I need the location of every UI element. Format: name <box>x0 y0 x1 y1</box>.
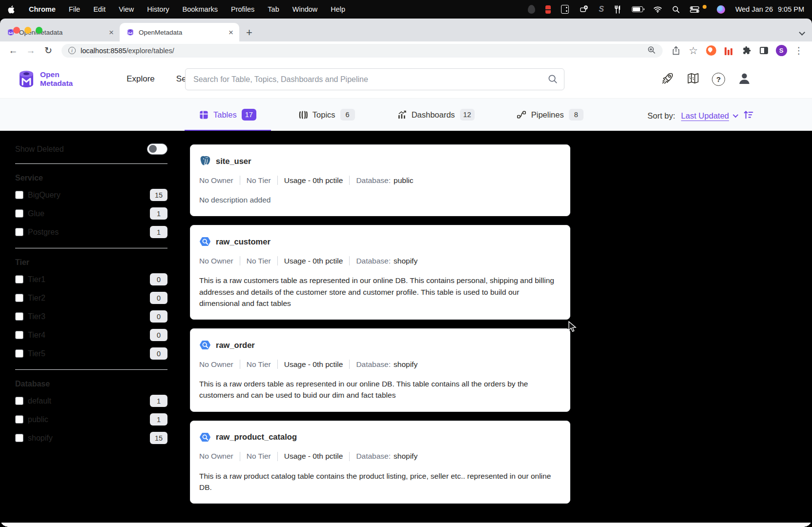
filter-count-badge: 1 <box>150 413 167 426</box>
filter-row-tier2[interactable]: Tier2 0 <box>15 292 167 304</box>
bigquery-icon <box>199 339 211 351</box>
postgres-checkbox[interactable] <box>15 228 23 236</box>
tab-pipelines[interactable]: Pipelines 8 <box>502 99 598 131</box>
chrome-tabstrip: OpenMetadata × OpenMetadata × + <box>0 19 812 41</box>
tab-dashboards[interactable]: Dashboards 12 <box>382 99 489 131</box>
bigquery-checkbox[interactable] <box>15 191 23 199</box>
global-search-input[interactable] <box>185 68 564 90</box>
bookmark-star-icon[interactable]: ☆ <box>686 45 701 57</box>
tour-map-icon[interactable] <box>687 72 700 87</box>
status-ball-icon[interactable] <box>528 4 535 14</box>
table-name-link[interactable]: site_user <box>216 157 251 166</box>
table-card-raw-customer[interactable]: raw_customer No Owner No Tier Usage - 0t… <box>190 225 570 320</box>
spotlight-icon[interactable] <box>672 4 680 14</box>
sort-order-button[interactable] <box>743 109 753 122</box>
menubar-item-tab[interactable]: Tab <box>268 5 279 13</box>
filter-row-tier4[interactable]: Tier4 0 <box>15 329 167 341</box>
address-bar[interactable]: i localhost:8585/explore/tables/ <box>62 44 663 58</box>
shopify-checkbox[interactable] <box>15 434 23 442</box>
sort-field-dropdown[interactable]: Last Updated <box>681 111 737 121</box>
filter-row-bigquery[interactable]: BigQuery 15 <box>15 189 167 201</box>
tier1-checkbox[interactable] <box>15 275 23 284</box>
tier4-checkbox[interactable] <box>15 331 23 339</box>
control-center-icon[interactable] <box>690 4 699 14</box>
menubar-item-view[interactable]: View <box>119 5 134 13</box>
profile-avatar-chrome[interactable]: S <box>774 45 789 56</box>
back-button[interactable]: ← <box>6 45 21 56</box>
user-avatar[interactable] <box>737 71 751 87</box>
table-card-raw-order[interactable]: raw_order No Owner No Tier Usage - 0th p… <box>190 328 570 412</box>
database-section-title: Database <box>15 380 167 388</box>
filter-row-shopify[interactable]: shopify 15 <box>15 432 167 444</box>
filter-row-public[interactable]: public 1 <box>15 413 167 426</box>
menubar-item-help[interactable]: Help <box>331 5 345 13</box>
filter-row-glue[interactable]: Glue 1 <box>15 207 167 220</box>
filter-row-default[interactable]: default 1 <box>15 395 167 407</box>
database-value[interactable]: shopify <box>394 452 417 461</box>
database-value[interactable]: shopify <box>394 257 417 265</box>
filter-row-tier5[interactable]: Tier5 0 <box>15 347 167 360</box>
browser-tab-2-active[interactable]: OpenMetadata × <box>120 23 239 41</box>
close-tab-icon[interactable]: × <box>229 28 233 37</box>
battery-icon[interactable] <box>632 4 643 14</box>
table-card-site-user[interactable]: site_user No Owner No Tier Usage - 0th p… <box>190 144 570 216</box>
utensils-icon[interactable] <box>614 4 622 14</box>
display-icon[interactable] <box>561 4 569 14</box>
menubar-clock[interactable]: Wed Jan 26 9:05 PM <box>735 5 804 13</box>
s-logo-icon[interactable]: S <box>599 4 604 14</box>
apple-menu-icon[interactable] <box>8 5 15 14</box>
search-results: site_user No Owner No Tier Usage - 0th p… <box>190 144 570 504</box>
show-deleted-toggle[interactable] <box>147 143 167 155</box>
menubar-item-file[interactable]: File <box>69 5 80 13</box>
nav-explore[interactable]: Explore <box>126 74 155 84</box>
tab-search-chevron-icon[interactable] <box>799 29 805 36</box>
extension-icon-1[interactable] <box>704 45 718 56</box>
table-card-raw-product-catalog[interactable]: raw_product_catalog No Owner No Tier Usa… <box>190 421 570 504</box>
menubar-item-profiles[interactable]: Profiles <box>231 5 254 13</box>
table-name-link[interactable]: raw_order <box>216 341 255 350</box>
filter-row-tier1[interactable]: Tier1 0 <box>15 273 167 285</box>
reload-button[interactable]: ↻ <box>41 45 56 56</box>
site-info-icon[interactable]: i <box>68 47 76 54</box>
new-tab-button[interactable]: + <box>246 27 252 38</box>
default-checkbox[interactable] <box>15 397 23 405</box>
openmetadata-logo[interactable]: Open Metadata <box>16 69 73 89</box>
forward-button[interactable]: → <box>23 45 38 56</box>
table-name-link[interactable]: raw_product_catalog <box>216 432 297 442</box>
search-icon[interactable] <box>548 74 558 86</box>
filter-row-tier3[interactable]: Tier3 0 <box>15 310 167 323</box>
filter-row-postgres[interactable]: Postgres 1 <box>15 226 167 238</box>
public-checkbox[interactable] <box>15 415 23 424</box>
menubar-item-edit[interactable]: Edit <box>93 5 105 13</box>
help-icon[interactable]: ? <box>712 73 725 86</box>
wifi-icon[interactable] <box>653 4 662 14</box>
table-name-link[interactable]: raw_customer <box>216 237 271 246</box>
zoom-page-icon[interactable] <box>647 46 656 56</box>
share-icon[interactable] <box>668 46 683 55</box>
side-panel-icon[interactable] <box>756 47 771 54</box>
tab-topics[interactable]: Topics 6 <box>284 99 370 131</box>
menubar-item-history[interactable]: History <box>147 5 169 13</box>
chrome-menu-kebab-icon[interactable]: ⋮ <box>791 45 806 56</box>
extension-icon-2[interactable] <box>721 46 736 55</box>
close-tab-icon[interactable]: × <box>109 28 114 37</box>
extensions-puzzle-icon[interactable] <box>739 46 753 55</box>
recording-indicator-icon[interactable] <box>545 4 551 14</box>
whats-new-rocket-icon[interactable] <box>661 72 674 87</box>
menubar-item-window[interactable]: Window <box>292 5 318 13</box>
database-value[interactable]: shopify <box>394 360 417 369</box>
owner-value: No Owner <box>199 176 233 185</box>
siri-icon[interactable] <box>717 4 725 14</box>
tier5-checkbox[interactable] <box>15 349 23 358</box>
close-window-button[interactable] <box>13 27 20 34</box>
glue-checkbox[interactable] <box>15 209 23 218</box>
tier2-checkbox[interactable] <box>15 294 23 302</box>
fullscreen-window-button[interactable] <box>36 27 42 34</box>
menubar-item-bookmarks[interactable]: Bookmarks <box>182 5 218 13</box>
minimize-window-button[interactable] <box>24 27 31 34</box>
menubar-item-chrome[interactable]: Chrome <box>29 5 56 13</box>
docker-icon[interactable] <box>579 4 588 14</box>
tab-tables[interactable]: Tables 17 <box>185 99 271 131</box>
tier3-checkbox[interactable] <box>15 312 23 321</box>
database-value[interactable]: public <box>394 176 414 185</box>
